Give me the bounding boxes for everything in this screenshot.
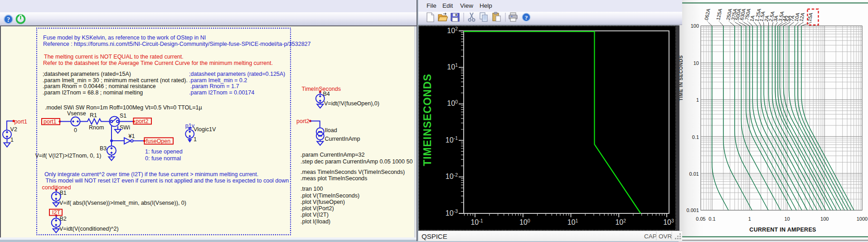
svg-text:.param Rnom = 0.00446 ; nomina: .param Rnom = 0.00446 ; nominal resistan…: [43, 83, 156, 89]
svg-text:port1: port1: [15, 118, 28, 124]
svg-text:¥1: ¥1: [128, 133, 135, 139]
svg-text:.step dec param CurrentInAmp 0: .step dec param CurrentInAmp 0.05 1000 5…: [301, 158, 412, 164]
svg-text:.param I2Tnom = 68.8 ; nominal: .param I2Tnom = 68.8 ; nominal melting: [43, 89, 143, 95]
svg-text:port2: port2: [136, 118, 149, 124]
svg-text:V=idt(!V(fuseOpen),0): V=idt(!V(fuseOpen),0): [324, 100, 379, 106]
svg-text:.param CurrentInAmp=32: .param CurrentInAmp=32: [301, 151, 364, 158]
svg-text:.125A: .125A: [715, 8, 723, 22]
svg-text:100: 100: [691, 23, 699, 29]
svg-text:0.01: 0.01: [689, 171, 699, 177]
svg-text:0.05: 0.05: [696, 216, 705, 222]
svg-text:.meas TimeInSeconds V(TimeInSe: .meas TimeInSeconds V(TimeInSeconds): [301, 168, 405, 175]
svg-text:1: 1: [10, 136, 14, 143]
svg-text:TimeInSeconds: TimeInSeconds: [302, 86, 341, 92]
svg-text:.param I2Tnom = 0.00174: .param I2Tnom = 0.00174: [189, 89, 254, 95]
svg-text:;datasheet parameters (rated=0: ;datasheet parameters (rated=0.125A): [189, 70, 285, 77]
svg-text:1: 1: [696, 97, 699, 103]
svg-text:10: 10: [693, 60, 699, 66]
svg-text:.plot I(Iload): .plot I(Iload): [301, 218, 330, 224]
svg-text:.meas plot TimeInSeconds: .meas plot TimeInSeconds: [301, 175, 367, 181]
svg-text:.param Imelt_min = 30 ; minimu: .param Imelt_min = 30 ; minimum melt cur…: [43, 77, 188, 83]
svg-text:.plot V(Port2): .plot V(Port2): [301, 205, 334, 211]
svg-text:0.1: 0.1: [708, 216, 715, 222]
svg-text:Iload: Iload: [325, 127, 337, 133]
svg-text:0: 0: [74, 127, 77, 133]
svg-text:Fuse model by KSKelvin, as ref: Fuse model by KSKelvin, as reference to …: [43, 34, 206, 40]
svg-text:fuseOpen: fuseOpen: [146, 138, 170, 144]
svg-text:1000: 1000: [857, 216, 868, 222]
svg-text:CURRENT IN AMPERES: CURRENT IN AMPERES: [749, 227, 816, 233]
svg-text:CurrentInAmp: CurrentInAmp: [325, 135, 360, 142]
svg-text:0: fuse normal: 0: fuse normal: [145, 155, 181, 161]
svg-text:1: fuse opened: 1: fuse opened: [145, 148, 183, 155]
svg-text:10: 10: [784, 216, 790, 222]
svg-text:0.001: 0.001: [686, 207, 699, 213]
svg-text:15A: 15A: [806, 12, 814, 22]
svg-text:.062A: .062A: [703, 8, 711, 22]
svg-text:TIMEINSECONDS: TIMEINSECONDS: [422, 74, 433, 166]
svg-text:port2: port2: [296, 118, 310, 124]
svg-text:Vsense: Vsense: [67, 110, 86, 116]
svg-text:B3: B3: [100, 145, 107, 151]
svg-text:V=idt(V(conditioned)^2): V=idt(V(conditioned)^2): [59, 225, 119, 232]
svg-text:The melting current is NOT EQU: The melting current is NOT EQUAL to the …: [44, 53, 184, 59]
svg-text:0.1: 0.1: [692, 134, 699, 140]
svg-text:.plot V(TimeInSeconds): .plot V(TimeInSeconds): [301, 192, 359, 198]
svg-text:1: 1: [748, 216, 751, 222]
svg-text:Rnom: Rnom: [89, 124, 104, 130]
svg-text:Reference : https://forums.ni.: Reference : https://forums.ni.com/t5/NI-…: [43, 40, 311, 47]
svg-text:.plot V(fuseOpen): .plot V(fuseOpen): [301, 198, 345, 205]
svg-text:V2: V2: [10, 126, 17, 132]
svg-text:.plot V(I2T): .plot V(I2T): [301, 212, 329, 218]
svg-text:Vlogic1V: Vlogic1V: [194, 126, 216, 132]
svg-text:1: 1: [194, 136, 197, 143]
svg-text:.tran 100: .tran 100: [301, 186, 323, 192]
svg-text:.model SWi SW Ron=1m Roff=100M: .model SWi SW Ron=1m Roff=100Meg Vt=0.5 …: [45, 104, 202, 110]
svg-text:S1: S1: [120, 112, 126, 119]
svg-text:;datasheet parameters (rated=1: ;datasheet parameters (rated=15A): [43, 70, 131, 77]
svg-text:100: 100: [820, 216, 829, 222]
svg-text:.param Rnom = 1.7: .param Rnom = 1.7: [190, 83, 239, 89]
svg-text:.param Imelt_min = 0.2: .param Imelt_min = 0.2: [189, 77, 247, 83]
svg-text:?: ?: [525, 14, 528, 21]
svg-text:?: ?: [7, 16, 10, 23]
svg-text:V=if( abs(I(Vsense))>Imelt_min: V=if( abs(I(Vsense))>Imelt_min, abs(I(Vs…: [59, 199, 186, 206]
svg-text:Refer to the datasheet for the: Refer to the datasheet for the Average T…: [43, 59, 273, 66]
svg-text:This model will NOT reset I2T: This model will NOT reset I2T even if cu…: [46, 178, 289, 184]
svg-text:R1: R1: [90, 112, 97, 118]
svg-text:port1: port1: [44, 119, 57, 125]
svg-text:V=if( V(I2T)>I2Tnom, 0, 1): V=if( V(I2T)>I2Tnom, 0, 1): [35, 152, 102, 158]
svg-text:Only integrate current^2 over: Only integrate current^2 over time (I2T)…: [44, 171, 258, 177]
